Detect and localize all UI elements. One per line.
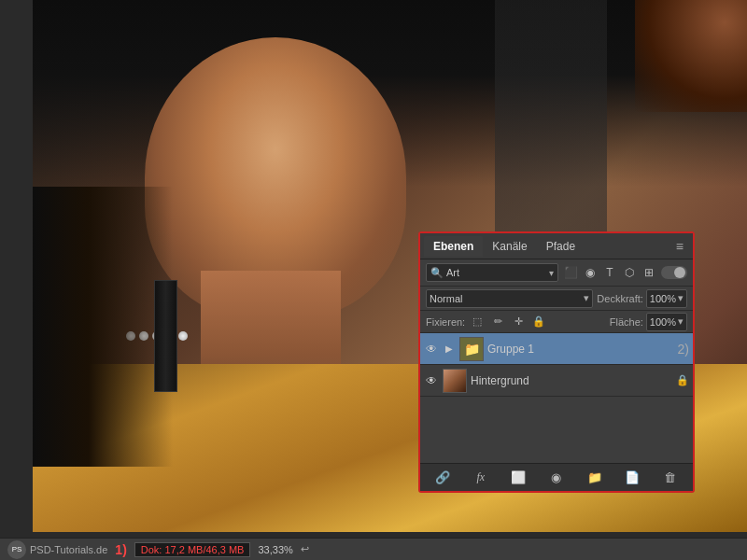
filter-pixel-icon[interactable]: ⬛ xyxy=(562,264,579,281)
lock-label: Fixieren: xyxy=(426,316,465,328)
layers-panel: Ebenen Kanäle Pfade ≡ 🔍 ▾ ⬛ ◉ T ⬡ ⊞ Norm… xyxy=(418,231,695,493)
logo-icon: PS xyxy=(7,540,26,559)
fill-arrow: ▾ xyxy=(678,315,684,328)
filter-type-icon[interactable]: T xyxy=(601,264,618,281)
annotation-1: 1) xyxy=(115,542,126,557)
add-adjustment-button[interactable]: ◉ xyxy=(546,468,567,488)
layer-expand-gruppe1[interactable]: ▶ xyxy=(443,343,456,356)
search-icon: 🔍 xyxy=(430,267,444,279)
layer-visibility-hintergrund[interactable]: 👁 xyxy=(424,373,439,388)
fill-label: Fläche: xyxy=(610,316,643,328)
add-mask-button[interactable]: ⬜ xyxy=(508,468,529,488)
doc-size-info[interactable]: Dok: 17,2 MB/46,3 MB xyxy=(134,542,251,557)
filter-adjustment-icon[interactable]: ◉ xyxy=(582,264,599,281)
layer-name-hintergrund: Hintergrund xyxy=(471,374,672,387)
delete-layer-button[interactable]: 🗑 xyxy=(660,468,681,488)
status-bar: PS PSD-Tutorials.de 1) Dok: 17,2 MB/46,3… xyxy=(0,538,747,560)
rotate-icon: ↩ xyxy=(301,543,309,555)
lock-transparent-btn[interactable]: ⬚ xyxy=(469,314,486,330)
blend-mode-select[interactable]: Normal ▾ xyxy=(426,289,593,308)
blend-opacity-row: Normal ▾ Deckkraft: 100% ▾ xyxy=(420,287,693,311)
filter-input[interactable] xyxy=(446,267,546,278)
layer-lock-hintergrund: 🔒 xyxy=(676,374,689,386)
blend-mode-value: Normal xyxy=(430,293,462,304)
left-shadow xyxy=(33,187,173,467)
layer-name-gruppe1: Gruppe 1 xyxy=(487,343,674,356)
tab-pfade[interactable]: Pfade xyxy=(537,236,585,257)
fx-button[interactable]: fx xyxy=(471,468,491,488)
tab-kanaele[interactable]: Kanäle xyxy=(483,236,536,257)
opacity-arrow: ▾ xyxy=(678,292,684,304)
opacity-label: Deckkraft: xyxy=(597,293,643,304)
tab-ebenen[interactable]: Ebenen xyxy=(424,236,483,257)
link-layers-button[interactable]: 🔗 xyxy=(432,468,453,488)
hair-flower xyxy=(635,0,747,112)
layer-thumb-gruppe1: 📁 xyxy=(459,337,484,361)
filter-row: 🔍 ▾ ⬛ ◉ T ⬡ ⊞ xyxy=(420,259,693,287)
panel-tabs: Ebenen Kanäle Pfade ≡ xyxy=(420,233,693,259)
opacity-section: Deckkraft: 100% ▾ xyxy=(597,289,687,308)
layer-visibility-gruppe1[interactable]: 👁 xyxy=(424,342,439,357)
filter-dropdown-arrow[interactable]: ▾ xyxy=(549,268,554,278)
layer-thumb-hintergrund xyxy=(443,369,467,393)
layer-badge-gruppe1: 2) xyxy=(678,342,689,357)
new-group-button[interactable]: 📁 xyxy=(585,468,605,488)
filter-toggle[interactable] xyxy=(661,266,687,279)
new-layer-button[interactable]: 📄 xyxy=(622,468,642,488)
lock-pixels-btn[interactable]: ✏ xyxy=(489,314,506,330)
fill-input[interactable]: 100% ▾ xyxy=(646,313,687,331)
filter-search-box[interactable]: 🔍 ▾ xyxy=(426,263,558,282)
opacity-input[interactable]: 100% ▾ xyxy=(646,289,687,308)
lock-all-btn[interactable]: 🔒 xyxy=(530,314,547,330)
filter-icons: ⬛ ◉ T ⬡ ⊞ xyxy=(562,264,657,281)
fill-value: 100% xyxy=(650,316,676,328)
layer-list: 👁 ▶ 📁 Gruppe 1 2) 👁 Hintergrund 🔒 xyxy=(420,333,693,463)
filter-smart-icon[interactable]: ⊞ xyxy=(641,264,657,281)
blend-mode-arrow: ▾ xyxy=(584,292,589,304)
layer-item-gruppe1[interactable]: 👁 ▶ 📁 Gruppe 1 2) xyxy=(420,333,693,365)
layer-item-hintergrund[interactable]: 👁 Hintergrund 🔒 xyxy=(420,365,693,397)
zoom-level: 33,33% xyxy=(258,544,292,555)
logo-text: PSD-Tutorials.de xyxy=(30,544,107,555)
panel-bottom-buttons: 🔗 fx ⬜ ◉ 📁 📄 🗑 xyxy=(420,463,693,491)
opacity-val: 100% xyxy=(650,293,676,304)
strap xyxy=(154,280,177,392)
fill-section: Fläche: 100% ▾ xyxy=(610,313,687,331)
lock-position-btn[interactable]: ✛ xyxy=(510,314,527,330)
panel-menu-button[interactable]: ≡ xyxy=(670,239,689,254)
psd-logo: PS PSD-Tutorials.de xyxy=(7,540,107,559)
lock-row: Fixieren: ⬚ ✏ ✛ 🔒 Fläche: 100% ▾ xyxy=(420,311,693,333)
filter-shape-icon[interactable]: ⬡ xyxy=(621,264,638,281)
